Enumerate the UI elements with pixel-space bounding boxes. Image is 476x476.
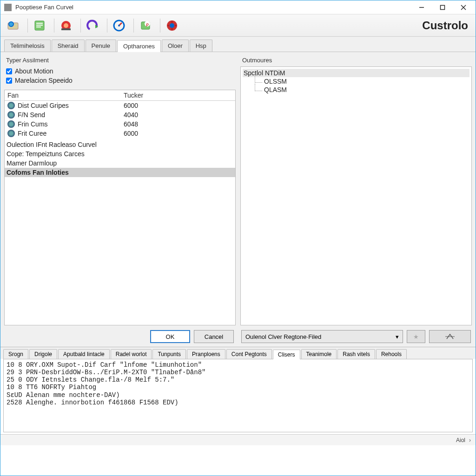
- action-button[interactable]: [429, 330, 471, 343]
- filter-combo-label: Oulenol Clver Regtone·Filed: [245, 333, 321, 340]
- tree-connector-icon: [255, 75, 262, 83]
- lower-tabs: SrognDrigoleAputbald IintacleRadel worlo…: [0, 347, 476, 359]
- svg-point-11: [64, 23, 68, 28]
- right-panel: Outmoures Spctlol NTDiM OLSSMQLASМ Oulen…: [240, 56, 472, 343]
- status-text: Aiol: [456, 437, 465, 443]
- toolbar-btn-3[interactable]: [57, 17, 75, 34]
- brand-label: Custrolo: [422, 19, 472, 32]
- chevron-right-icon: ›: [469, 437, 471, 443]
- lower-tab-9[interactable]: Rash vitels: [337, 349, 375, 359]
- lower-tab-7[interactable]: Clisers: [273, 350, 300, 359]
- toolbar-btn-1[interactable]: [4, 17, 22, 34]
- close-button[interactable]: [453, 1, 474, 14]
- fan-icon: [7, 111, 15, 119]
- fan-table-header: Fan Tucker: [5, 90, 235, 101]
- fan-table: Fan Tucker Dist Cuuel Gripes6000F/N Send…: [5, 90, 235, 138]
- check-1[interactable]: Marelacion Speeido: [6, 77, 236, 84]
- checkbox-0[interactable]: [6, 68, 12, 74]
- fan-value: 6048: [121, 119, 235, 129]
- tab-oloer[interactable]: Oloer: [162, 40, 189, 52]
- tree-view[interactable]: Spctlol NTDiM OLSSMQLASМ: [241, 67, 471, 96]
- cancel-button[interactable]: Cancel: [194, 330, 234, 343]
- window-title: Pooptiese Fan Curvel: [15, 4, 411, 11]
- fan-name: Dist Cuuel Gripes: [18, 102, 69, 109]
- lower-tab-8[interactable]: Teanimole: [301, 349, 337, 359]
- fan-value: 4040: [121, 110, 235, 119]
- app-icon: [4, 4, 12, 11]
- lower-tab-6[interactable]: Cont Pegtonts: [226, 349, 272, 359]
- titlebar: Pooptiese Fan Curvel: [0, 0, 476, 14]
- list-item[interactable]: Cofoms Fan Inloties: [5, 168, 235, 177]
- tab-telimihelosis[interactable]: Telimihelosis: [4, 40, 51, 52]
- fan-value: 6000: [121, 129, 235, 138]
- status-bar: Aiol ›: [0, 434, 476, 445]
- svg-rect-1: [440, 5, 444, 9]
- list-item[interactable]: Mamer Darmloup: [5, 159, 235, 168]
- log-output[interactable]: 10 8 ORY.OXM Supot-.Dif Carf "lnfome "Li…: [3, 359, 473, 432]
- list-item[interactable]: Oulection IFnt Racleaso Curvel: [5, 140, 235, 149]
- fan-icon: [7, 102, 15, 109]
- check-0[interactable]: About Motion: [6, 67, 236, 75]
- tree-child-label: QLASМ: [264, 86, 287, 93]
- fan-row[interactable]: Frit Curee6000: [5, 129, 235, 138]
- check-label-1: Marelacion Speeido: [15, 77, 73, 84]
- lower-tab-2[interactable]: Aputbald Iintacle: [58, 349, 110, 359]
- left-panel-title: Typer Assilment: [4, 56, 236, 66]
- lower-tab-4[interactable]: Tunpunts: [152, 349, 186, 359]
- tree-child-label: OLSSM: [264, 78, 287, 85]
- ok-button[interactable]: OK: [150, 330, 190, 343]
- toolbar-btn-7[interactable]: [163, 17, 181, 34]
- lower-tab-3[interactable]: Radel worlot: [111, 349, 152, 359]
- main-toolbar: ρ Custrolo: [0, 14, 476, 37]
- svg-rect-7: [36, 23, 43, 24]
- toolbar-btn-5[interactable]: [110, 17, 128, 34]
- list-item[interactable]: Cope: Tempeiztuns Carces: [5, 149, 235, 159]
- chevron-down-icon: ▾: [396, 333, 399, 340]
- fan-icon: [7, 130, 15, 137]
- options-list: Oulection IFnt Racleaso CurvelCope: Temp…: [5, 138, 235, 177]
- content-area: Typer Assilment About MotionMarelacion S…: [0, 52, 476, 347]
- fan-name: Frin Cums: [18, 120, 48, 128]
- lower-tab-10[interactable]: Rehools: [376, 349, 407, 359]
- minimize-button[interactable]: [411, 1, 432, 14]
- main-tabs: TelimihelosisSheraidPenuleOptharonesOloe…: [0, 37, 476, 52]
- check-label-0: About Motion: [15, 67, 53, 75]
- tab-optharones[interactable]: Optharones: [117, 40, 161, 52]
- fan-icon: [7, 120, 15, 128]
- toolbar-btn-2[interactable]: [31, 17, 48, 34]
- tree-child[interactable]: OLSSM: [243, 77, 469, 86]
- svg-point-15: [118, 25, 120, 26]
- fan-row[interactable]: F/N Send4040: [5, 110, 235, 119]
- tab-hsp[interactable]: Hsp: [190, 40, 212, 52]
- svg-rect-8: [36, 25, 43, 26]
- lower-tab-5[interactable]: Pranploens: [187, 349, 225, 359]
- col-header-tucker[interactable]: Tucker: [121, 90, 235, 100]
- fan-value: 6000: [121, 101, 235, 110]
- toolbar-btn-6[interactable]: ρ: [137, 17, 154, 34]
- fan-row[interactable]: Frin Cums6048: [5, 119, 235, 129]
- right-panel-title: Outmoures: [240, 56, 472, 66]
- svg-point-5: [9, 22, 13, 26]
- maximize-button[interactable]: [432, 1, 453, 14]
- tree-child[interactable]: QLASМ: [243, 86, 469, 94]
- tab-penule[interactable]: Penule: [86, 40, 116, 52]
- star-button[interactable]: ★: [407, 330, 425, 343]
- svg-rect-9: [36, 26, 41, 27]
- lower-tab-1[interactable]: Drigole: [29, 349, 57, 359]
- fan-name: F/N Send: [18, 111, 45, 119]
- tree-connector-icon: [255, 84, 262, 91]
- fan-name: Frit Curee: [18, 130, 46, 137]
- left-panel: Typer Assilment About MotionMarelacion S…: [4, 56, 236, 343]
- fan-row[interactable]: Dist Cuuel Gripes6000: [5, 101, 235, 110]
- tree-root[interactable]: Spctlol NTDiM: [243, 69, 469, 77]
- col-header-fan[interactable]: Fan: [5, 90, 121, 100]
- toolbar-btn-4[interactable]: [84, 17, 101, 34]
- checks-group: About MotionMarelacion Speeido: [4, 66, 236, 90]
- filter-combo[interactable]: Oulenol Clver Regtone·Filed ▾: [241, 330, 403, 343]
- star-icon: ★: [413, 333, 419, 340]
- tab-sheraid[interactable]: Sheraid: [52, 40, 85, 52]
- svg-text:ρ: ρ: [146, 22, 149, 26]
- lower-tab-0[interactable]: Srogn: [3, 349, 28, 359]
- svg-point-20: [170, 23, 174, 28]
- checkbox-1[interactable]: [6, 78, 12, 84]
